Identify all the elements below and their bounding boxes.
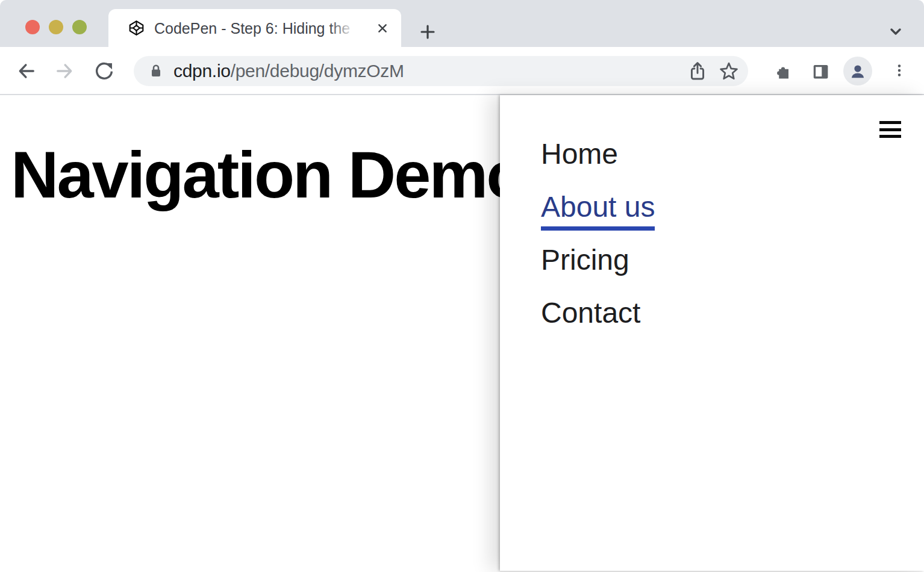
nav-item: Pricing	[541, 243, 924, 276]
url-path: /pen/debug/dymzOzM	[231, 61, 404, 81]
share-icon[interactable]	[687, 60, 708, 82]
reload-button[interactable]	[93, 60, 115, 82]
browser-toolbar: cdpn.io/pen/debug/dymzOzM	[0, 47, 924, 95]
window-minimize-button[interactable]	[49, 20, 63, 34]
codepen-logo-icon	[128, 20, 145, 36]
window-controls	[25, 20, 87, 34]
chevron-down-icon[interactable]	[886, 22, 905, 41]
nav-link-home[interactable]: Home	[541, 138, 618, 170]
page-title: Navigation Demo	[11, 141, 525, 208]
nav-link-pricing[interactable]: Pricing	[541, 244, 629, 276]
star-icon[interactable]	[718, 60, 740, 82]
three-dot-menu-icon[interactable]	[890, 60, 908, 82]
nav-item: Home	[541, 137, 924, 170]
nav-drawer: Home About us Pricing Contact	[500, 95, 924, 571]
window-zoom-button[interactable]	[72, 20, 87, 34]
puzzle-icon[interactable]	[772, 60, 794, 82]
page-content: Navigation Demo Home About us Pricing	[0, 95, 924, 571]
tab-title: CodePen - Step 6: Hiding the li	[154, 18, 360, 39]
url-text: cdpn.io/pen/debug/dymzOzM	[173, 61, 404, 81]
browser-window: CodePen - Step 6: Hiding the li	[0, 0, 924, 572]
forward-button[interactable]	[54, 60, 75, 82]
profile-avatar[interactable]	[843, 57, 872, 85]
new-tab-button[interactable]	[418, 22, 437, 42]
address-bar[interactable]: cdpn.io/pen/debug/dymzOzM	[134, 56, 748, 86]
hamburger-menu-button[interactable]	[879, 121, 901, 138]
nav-item: Contact	[541, 296, 924, 329]
site-navigation: Home About us Pricing Contact	[500, 95, 924, 329]
browser-tab[interactable]: CodePen - Step 6: Hiding the li	[108, 9, 401, 47]
side-panel-icon[interactable]	[810, 60, 831, 82]
nav-link-contact[interactable]: Contact	[541, 297, 640, 329]
url-host: cdpn.io	[173, 61, 231, 81]
nav-link-about-us[interactable]: About us	[541, 191, 655, 231]
lock-icon[interactable]	[149, 63, 163, 79]
window-close-button[interactable]	[25, 20, 40, 34]
hamburger-icon	[879, 121, 901, 124]
tab-strip: CodePen - Step 6: Hiding the li	[0, 0, 924, 47]
tab-close-icon[interactable]	[375, 20, 390, 36]
back-button[interactable]	[16, 60, 37, 82]
nav-item: About us	[541, 190, 924, 223]
